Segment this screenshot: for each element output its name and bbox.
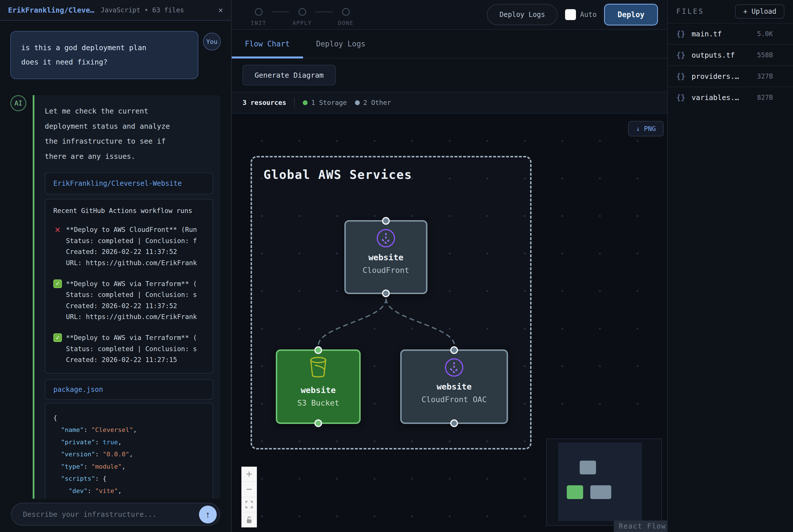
- minimap-node-cloudfront: [580, 461, 596, 474]
- braces-icon: {}: [676, 93, 685, 102]
- file-row-outputs.tf[interactable]: {}outputs.tf558B: [668, 44, 793, 65]
- upload-button[interactable]: + Upload: [735, 4, 785, 19]
- minimap-node-oac: [590, 485, 611, 499]
- group-title: Global AWS Services: [263, 168, 412, 182]
- braces-icon: {}: [676, 30, 685, 38]
- deploy-stepper: INIT APPLY DONE: [245, 3, 359, 26]
- step-circle: [299, 8, 306, 16]
- failure-icon: ✕: [53, 225, 62, 234]
- step-circle: [342, 8, 350, 16]
- auto-label: Auto: [580, 11, 597, 19]
- file-size: 5.0K: [757, 30, 773, 38]
- user-message-bubble: is this a god deployment plan does it ne…: [10, 31, 199, 79]
- run-detail-text: Created: 2026-02-22 11:27:15: [53, 354, 205, 365]
- chat-message-list[interactable]: is this a god deployment plan does it ne…: [0, 21, 231, 499]
- step-label: DONE: [338, 20, 354, 26]
- node-handle-top[interactable]: [450, 346, 458, 354]
- workflow-run: ✓**Deploy to AWS via Terraform** (Status…: [53, 332, 205, 365]
- send-button[interactable]: ↑: [199, 506, 217, 524]
- ai-message-block: Let me check the current deployment stat…: [33, 95, 221, 499]
- app-root: ErikFrankling/Cleve… JavaScript • 63 fil…: [0, 0, 793, 532]
- code-line: "version": "0.0.0",: [53, 448, 205, 460]
- cloudfront-oac-icon: [445, 358, 463, 377]
- legend-other: 2 Other: [355, 99, 391, 106]
- cloudfront-icon: [377, 229, 395, 247]
- code-line: "scripts": {: [53, 473, 205, 485]
- close-icon[interactable]: ×: [218, 5, 223, 15]
- generate-diagram-button[interactable]: Generate Diagram: [243, 65, 336, 86]
- node-cloudfront[interactable]: website CloudFront: [344, 220, 428, 294]
- zoom-in-button[interactable]: [241, 467, 257, 482]
- tab-deploy-logs[interactable]: Deploy Logs: [303, 30, 379, 58]
- files-title: FILES: [676, 7, 704, 16]
- node-handle-bottom[interactable]: [315, 419, 322, 427]
- step-label: INIT: [251, 20, 266, 26]
- deploy-logs-button[interactable]: Deploy Logs: [487, 4, 558, 25]
- lock-button[interactable]: [241, 512, 257, 527]
- step-done: DONE: [333, 3, 359, 26]
- code-block: { "name": "Cleversel", "private": true, …: [45, 403, 213, 499]
- step-connector: [272, 12, 289, 12]
- run-detail-text: Created: 2026-02-22 11:37:52: [53, 246, 205, 258]
- diagram-toolbar: Generate Diagram: [232, 58, 667, 92]
- node-title: website: [369, 252, 403, 262]
- react-flow-watermark: React Flow: [614, 520, 667, 532]
- file-size: 827B: [757, 94, 773, 101]
- braces-icon: {}: [676, 72, 685, 80]
- ai-message-row: AI Let me check the current deployment s…: [10, 95, 221, 499]
- node-handle-bottom[interactable]: [450, 419, 458, 427]
- user-message-row: is this a god deployment plan does it ne…: [10, 31, 221, 79]
- code-line: "dev": "vite",: [53, 485, 205, 497]
- chat-header: ErikFrankling/Cleve… JavaScript • 63 fil…: [0, 0, 231, 21]
- node-s3-bucket[interactable]: website S3 Bucket: [276, 349, 361, 424]
- node-handle-top[interactable]: [382, 217, 390, 225]
- ai-avatar: AI: [10, 95, 26, 111]
- node-subtitle: CloudFront: [363, 266, 410, 274]
- package-json-card[interactable]: package.json: [45, 379, 213, 400]
- run-detail-text: URL: https://github.com/ErikFrank: [53, 311, 205, 322]
- auto-checkbox[interactable]: [565, 9, 576, 20]
- s3-bucket-icon: [307, 357, 329, 380]
- file-name: main.tf: [692, 30, 751, 38]
- deploy-topbar: INIT APPLY DONE Deploy Logs Auto: [232, 0, 667, 30]
- braces-icon: {}: [676, 51, 685, 59]
- run-title-text: **Deploy to AWS via Terraform** (: [66, 332, 197, 343]
- fit-view-button[interactable]: [241, 497, 257, 512]
- flow-canvas[interactable]: Global AWS Services website CloudFront: [232, 114, 667, 532]
- repo-title[interactable]: ErikFrankling/Cleve…: [8, 6, 94, 14]
- storage-dot: [303, 100, 308, 105]
- node-title: website: [301, 385, 336, 395]
- file-name: outputs.tf: [692, 51, 751, 59]
- file-name: providers.…: [692, 72, 751, 80]
- node-title: website: [437, 382, 472, 392]
- step-circle: [255, 8, 263, 16]
- files-header: FILES + Upload: [668, 0, 793, 23]
- package-json-title[interactable]: package.json: [53, 385, 103, 394]
- step-connector: [315, 12, 333, 12]
- node-handle-top[interactable]: [315, 346, 322, 354]
- node-subtitle: CloudFront OAC: [421, 395, 487, 404]
- file-row-providers.[interactable]: {}providers.…327B: [668, 65, 793, 87]
- repo-card[interactable]: ErikFrankling/Cleversel-Website: [45, 173, 213, 194]
- chat-input[interactable]: [11, 503, 220, 526]
- node-cloudfront-oac[interactable]: website CloudFront OAC: [400, 349, 508, 424]
- repo-card-link[interactable]: ErikFrankling/Cleversel-Website: [53, 179, 182, 188]
- file-row-main.tf[interactable]: {}main.tf5.0K: [668, 23, 793, 44]
- repo-meta: JavaScript • 63 files: [101, 6, 184, 14]
- deploy-button[interactable]: Deploy: [604, 4, 658, 25]
- file-size: 327B: [757, 73, 773, 80]
- node-handle-bottom[interactable]: [382, 289, 390, 297]
- zoom-out-button[interactable]: [241, 482, 257, 497]
- tab-flow-chart[interactable]: Flow Chart: [232, 30, 303, 58]
- code-line: "private": true,: [53, 436, 205, 448]
- minimap[interactable]: [546, 439, 662, 526]
- file-size: 558B: [757, 51, 773, 59]
- view-tabs: Flow Chart Deploy Logs: [232, 30, 667, 58]
- workflow-run: ✕**Deploy to AWS CloudFront** (RunStatus…: [53, 224, 205, 269]
- download-png-button[interactable]: ↓ PNG: [628, 121, 664, 136]
- chat-panel: ErikFrankling/Cleve… JavaScript • 63 fil…: [0, 0, 232, 532]
- file-row-variables.[interactable]: {}variables.…827B: [668, 87, 793, 108]
- run-detail-text: Status: completed | Conclusion: s: [53, 343, 205, 355]
- code-line: "name": "Cleversel",: [53, 424, 205, 436]
- resource-count: 3 resources: [243, 99, 286, 106]
